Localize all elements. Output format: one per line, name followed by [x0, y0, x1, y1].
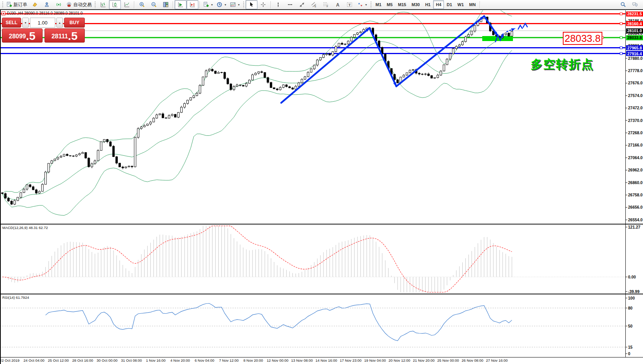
fibonacci-tool-button[interactable]: F	[320, 0, 332, 9]
price-callout-label[interactable]: 28033.8	[563, 32, 602, 45]
text-label-tool-button[interactable]: T	[344, 0, 356, 9]
dropdown-arrow-icon[interactable]: ▼	[365, 3, 368, 6]
sketch-caret-arrow[interactable]	[518, 25, 523, 30]
candle-mode-button[interactable]	[109, 0, 121, 9]
price-tick-label: 27574.0	[628, 94, 643, 98]
auto-scroll-button[interactable]	[175, 0, 186, 9]
zoomout-icon	[151, 2, 157, 8]
doc-plus-icon	[203, 2, 209, 8]
level-line-handle[interactable]	[620, 23, 622, 25]
bar-chart-mode-button[interactable]	[97, 0, 109, 9]
channel-icon: E	[311, 2, 317, 8]
zoom-in-button[interactable]	[136, 0, 148, 9]
zoom-out-button[interactable]	[148, 0, 160, 9]
level-price-badge: 28231.5	[626, 12, 643, 16]
toolbar-grip[interactable]	[2, 1, 3, 8]
toolbar-grip[interactable]	[370, 1, 372, 8]
timeframe-d1-button[interactable]: D1	[444, 0, 455, 9]
volume-increase-button[interactable]: ▲	[56, 18, 63, 28]
indicator-scale-label: 121.27	[628, 225, 640, 229]
robot-icon	[66, 2, 72, 8]
time-tick-label: 26 Nov 08:00	[462, 358, 483, 362]
price-tick-label: 27370.0	[628, 119, 643, 123]
toolbar-grip[interactable]	[94, 1, 96, 8]
sell-price-pip: .5	[26, 30, 35, 42]
volume-input[interactable]: 1.00	[30, 18, 55, 28]
candle-icon	[112, 2, 118, 8]
timeframe-h1-button[interactable]: H1	[422, 0, 433, 9]
volume-decrease-button[interactable]: ▼	[22, 18, 29, 28]
level-line-handle[interactable]	[620, 53, 622, 55]
gold-icon	[32, 2, 38, 8]
timeframe-m5-button[interactable]: M5	[384, 0, 395, 9]
market-watch-button[interactable]	[29, 0, 41, 9]
timeframe-m15-button[interactable]: M15	[395, 0, 409, 9]
text-tool-button[interactable]: A	[332, 0, 344, 9]
trend-line-tool-button[interactable]	[296, 0, 308, 9]
autoscroll-icon	[178, 2, 184, 8]
time-tick-label: 24 Oct 04:00	[23, 358, 44, 362]
chart-shift-button[interactable]	[186, 0, 198, 9]
timeframe-m1-button[interactable]: M1	[373, 0, 384, 9]
new-order-button[interactable]: 新订单	[5, 0, 29, 9]
dropdown-arrow-icon[interactable]: ▼	[224, 3, 227, 6]
dropdown-arrow-icon[interactable]: ▼	[237, 3, 240, 6]
level-line-handle[interactable]	[620, 13, 622, 15]
profiles-button[interactable]	[41, 0, 53, 9]
zigzag-trend-line[interactable]	[369, 28, 396, 86]
macd-panel[interactable]	[0, 226, 625, 292]
tile-windows-button[interactable]	[160, 0, 171, 9]
arrows-tool-button[interactable]: ▼	[356, 0, 369, 9]
sell-price-main: 28099	[9, 33, 26, 40]
channel-tool-button[interactable]: E	[308, 0, 320, 9]
bollinger-band	[2, 50, 512, 215]
time-tick-label: 4 Nov 20:00	[170, 358, 190, 362]
add-indicator-button[interactable]: ▼	[201, 0, 215, 9]
zigzag-trend-line[interactable]	[396, 16, 484, 86]
template-selector-button[interactable]: ▼	[228, 0, 242, 9]
auto-trading-button[interactable]: 自动交易	[64, 0, 93, 9]
rsi-panel[interactable]	[0, 303, 625, 347]
price-tick-label: 26758.0	[628, 193, 643, 197]
person-icon	[44, 2, 50, 8]
signals-button[interactable]	[53, 0, 64, 9]
time-tick-label: 21 Nov 20:00	[413, 358, 435, 362]
price-tick-label: 26962.0	[628, 168, 643, 172]
crosshair-tool-button[interactable]	[257, 0, 269, 9]
tiles-icon	[163, 2, 169, 8]
time-tick-label: 1 Nov 16:00	[146, 358, 165, 362]
price-tick-label: 27880.0	[628, 56, 643, 61]
chat-button[interactable]	[629, 0, 641, 9]
vertical-line-tool-button[interactable]	[272, 0, 284, 9]
cursor-tool-button[interactable]	[246, 0, 257, 9]
time-tick-label: 22 Oct 2019	[0, 358, 20, 362]
level-line-handle[interactable]	[620, 36, 622, 39]
dropdown-arrow-icon[interactable]: ▼	[211, 3, 213, 6]
line-chart-mode-button[interactable]	[121, 0, 133, 9]
price-tick-label: 27268.0	[628, 131, 643, 135]
period-selector-button[interactable]: ▼	[215, 0, 228, 9]
buy-price-button[interactable]: 28111.5	[45, 28, 85, 43]
search-button[interactable]	[617, 0, 629, 9]
timeframe-h4-button[interactable]: H4	[433, 0, 444, 9]
horizontal-line-tool-button[interactable]	[284, 0, 296, 9]
time-tick-label: 7 Nov 12:00	[219, 358, 239, 362]
chart-canvas[interactable]	[0, 0, 643, 364]
main-chart-plot[interactable]	[0, 5, 625, 216]
indicator-scale-label: 0.00	[628, 275, 636, 279]
zigzag-trend-line[interactable]	[281, 28, 369, 103]
svg-text:E: E	[315, 5, 317, 8]
timeframe-w1-button[interactable]: W1	[455, 0, 467, 9]
timeframe-m30-button[interactable]: M30	[409, 0, 422, 9]
timeframe-mn-button[interactable]: MN	[467, 0, 478, 9]
level-line-handle[interactable]	[620, 47, 622, 49]
indicator-scale-label: 100	[628, 296, 635, 300]
sell-price-button[interactable]: 28099.5	[2, 28, 43, 43]
toolbar-separator	[173, 1, 173, 8]
rsi-indicator-label: RSI(14) 61.7924	[2, 295, 29, 300]
sell-button[interactable]: SELL	[2, 18, 21, 28]
indicator-scale-label: 15	[628, 345, 633, 349]
buy-button[interactable]: BUY	[64, 18, 85, 28]
indicator-scale-label: 0	[628, 352, 630, 356]
toolbar-grip[interactable]	[243, 1, 244, 8]
